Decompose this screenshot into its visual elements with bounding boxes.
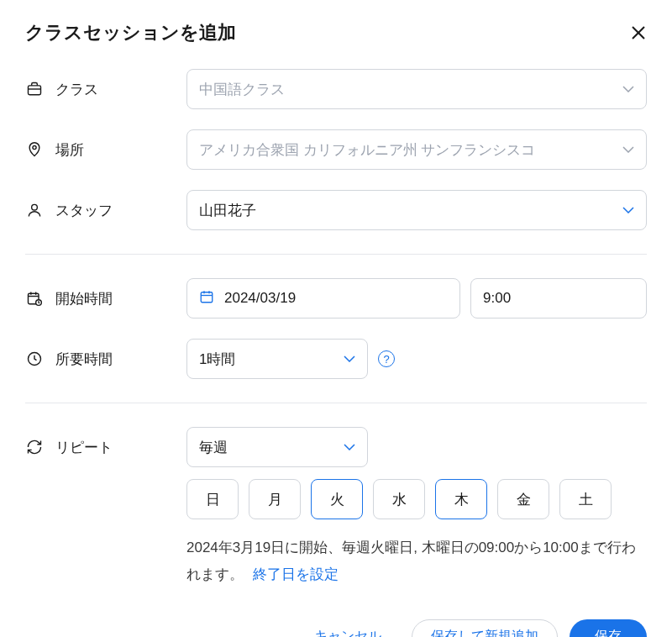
duration-value: 1時間 bbox=[199, 350, 235, 369]
duration-label: 所要時間 bbox=[55, 350, 113, 369]
svg-rect-11 bbox=[201, 292, 213, 302]
date-value: 2024/03/19 bbox=[224, 290, 296, 307]
svg-point-5 bbox=[32, 204, 38, 210]
svg-point-4 bbox=[33, 145, 36, 149]
start-time-label: 開始時間 bbox=[55, 289, 113, 308]
chevron-down-icon bbox=[622, 207, 634, 213]
svg-rect-2 bbox=[29, 86, 41, 95]
day-btn-sat[interactable]: 土 bbox=[559, 479, 612, 519]
location-pin-icon bbox=[25, 140, 44, 159]
chevron-down-icon bbox=[344, 444, 355, 450]
save-button[interactable]: 保存 bbox=[570, 619, 647, 637]
location-select[interactable]: アメリカ合衆国 カリフォルニア州 サンフランシスコ bbox=[186, 129, 647, 170]
date-input[interactable]: 2024/03/19 bbox=[186, 278, 460, 318]
class-select[interactable]: 中国語クラス bbox=[186, 69, 647, 109]
page-title: クラスセッションを追加 bbox=[25, 20, 236, 45]
duration-select[interactable]: 1時間 bbox=[186, 339, 368, 379]
day-btn-tue[interactable]: 火 bbox=[311, 479, 363, 519]
location-label: 場所 bbox=[55, 140, 84, 160]
location-placeholder: アメリカ合衆国 カリフォルニア州 サンフランシスコ bbox=[199, 140, 535, 160]
close-icon[interactable] bbox=[630, 24, 647, 41]
class-label: クラス bbox=[55, 80, 98, 99]
repeat-icon bbox=[25, 438, 44, 456]
calendar-clock-icon bbox=[25, 289, 44, 308]
divider bbox=[25, 403, 647, 403]
staff-select[interactable]: 山田花子 bbox=[186, 190, 647, 230]
repeat-value: 毎週 bbox=[199, 438, 228, 457]
repeat-label: リピート bbox=[55, 438, 113, 457]
divider bbox=[25, 254, 647, 255]
person-icon bbox=[25, 201, 44, 219]
day-btn-mon[interactable]: 月 bbox=[249, 479, 301, 519]
repeat-summary: 2024年3月19日に開始、毎週火曜日, 木曜日の09:00から10:00まで行… bbox=[186, 534, 647, 589]
cancel-button[interactable]: キャンセル bbox=[296, 619, 400, 637]
staff-label: スタッフ bbox=[55, 201, 113, 220]
set-end-date-link[interactable]: 終了日を設定 bbox=[253, 566, 339, 582]
chevron-down-icon bbox=[622, 86, 634, 92]
day-button-group: 日月火水木金土 bbox=[186, 479, 647, 519]
time-input[interactable]: 9:00 bbox=[470, 278, 647, 318]
day-btn-thu[interactable]: 木 bbox=[435, 479, 487, 519]
chevron-down-icon bbox=[344, 355, 355, 362]
briefcase-icon bbox=[25, 80, 44, 98]
repeat-select[interactable]: 毎週 bbox=[186, 427, 368, 467]
time-value: 9:00 bbox=[483, 290, 511, 307]
day-btn-wed[interactable]: 水 bbox=[373, 479, 425, 519]
calendar-icon bbox=[199, 289, 214, 308]
day-btn-sun[interactable]: 日 bbox=[186, 479, 239, 519]
chevron-down-icon bbox=[622, 146, 634, 153]
clock-icon bbox=[25, 350, 44, 368]
staff-value: 山田花子 bbox=[199, 201, 256, 220]
save-and-new-button[interactable]: 保存して新規追加 bbox=[412, 619, 558, 637]
day-btn-fri[interactable]: 金 bbox=[497, 479, 549, 519]
help-icon[interactable]: ? bbox=[378, 350, 395, 367]
class-placeholder: 中国語クラス bbox=[199, 80, 285, 99]
